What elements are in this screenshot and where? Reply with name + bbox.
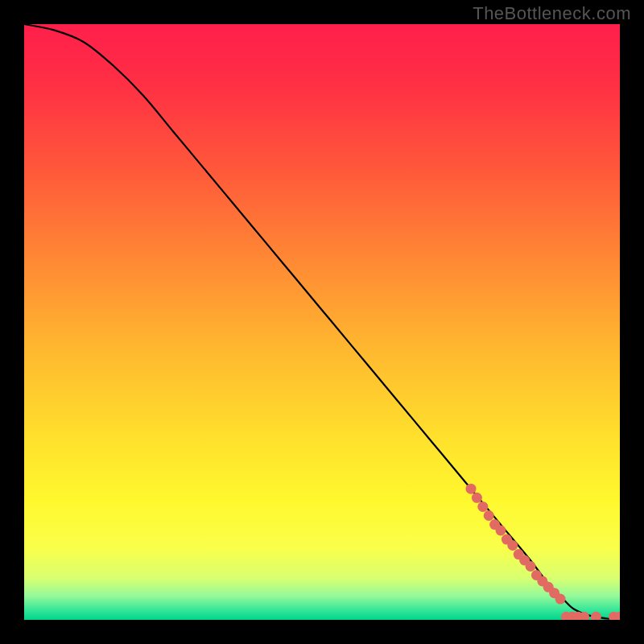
data-marker — [472, 493, 482, 503]
chart-frame: TheBottleneck.com — [0, 0, 644, 644]
data-marker — [526, 561, 536, 572]
plot-svg — [24, 24, 620, 620]
watermark-text: TheBottleneck.com — [473, 3, 631, 24]
data-marker — [466, 484, 477, 494]
data-marker — [484, 510, 494, 521]
data-marker — [507, 540, 518, 551]
data-marker — [477, 502, 488, 512]
plot-area — [24, 24, 620, 620]
data-marker — [555, 594, 566, 605]
data-marker — [496, 526, 506, 536]
gradient-background — [24, 24, 620, 620]
